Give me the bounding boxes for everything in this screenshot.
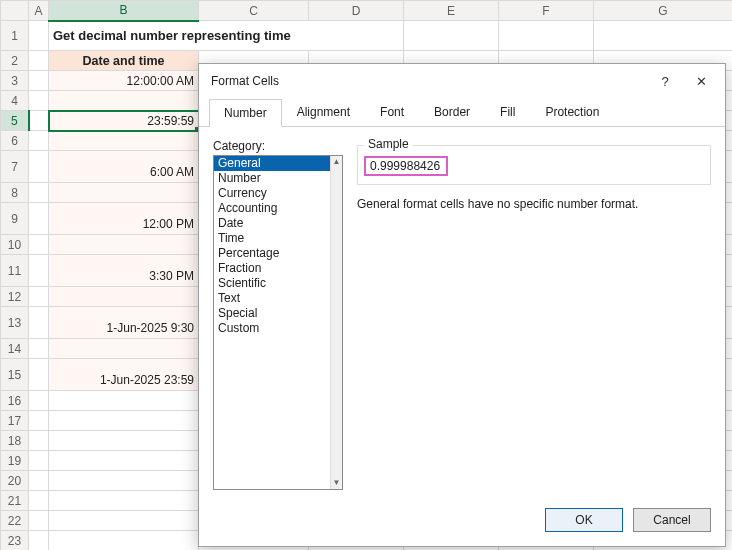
col-G[interactable]: G [594, 1, 733, 21]
cell-B10[interactable] [49, 235, 199, 255]
sample-label: Sample [364, 137, 413, 151]
cell-B12[interactable] [49, 287, 199, 307]
cell-A1[interactable] [29, 21, 49, 51]
row-18[interactable]: 18 [1, 431, 29, 451]
row-9[interactable]: 9 [1, 203, 29, 235]
row-8[interactable]: 8 [1, 183, 29, 203]
category-date[interactable]: Date [214, 216, 330, 231]
format-cells-dialog: Format Cells ? ✕ Number Alignment Font B… [198, 63, 726, 547]
row-13[interactable]: 13 [1, 307, 29, 339]
cell-B6[interactable] [49, 131, 199, 151]
cell-E1[interactable] [404, 21, 499, 51]
cell-F1[interactable] [499, 21, 594, 51]
row-15[interactable]: 15 [1, 359, 29, 391]
cell-B4[interactable] [49, 91, 199, 111]
category-number[interactable]: Number [214, 171, 330, 186]
close-icon: ✕ [696, 74, 707, 89]
row-14[interactable]: 14 [1, 339, 29, 359]
tab-border[interactable]: Border [419, 98, 485, 126]
row-21[interactable]: 21 [1, 491, 29, 511]
cell-B2[interactable]: Date and time [49, 51, 199, 71]
category-listbox[interactable]: General Number Currency Accounting Date … [213, 155, 343, 490]
sample-group: Sample 0.999988426 [357, 145, 711, 185]
row-16[interactable]: 16 [1, 391, 29, 411]
category-fraction[interactable]: Fraction [214, 261, 330, 276]
row-10[interactable]: 10 [1, 235, 29, 255]
tab-protection[interactable]: Protection [530, 98, 614, 126]
row-20[interactable]: 20 [1, 471, 29, 491]
row-5[interactable]: 5 [1, 111, 29, 131]
col-F[interactable]: F [499, 1, 594, 21]
cell-B13[interactable]: 1-Jun-2025 9:30 [49, 307, 199, 339]
cell-B1[interactable]: Get decimal number representing time [49, 21, 404, 51]
close-button[interactable]: ✕ [683, 67, 719, 95]
col-D[interactable]: D [309, 1, 404, 21]
scroll-down-icon: ▼ [333, 477, 341, 489]
category-custom[interactable]: Custom [214, 321, 330, 336]
cell-B9[interactable]: 12:00 PM [49, 203, 199, 235]
tab-fill[interactable]: Fill [485, 98, 530, 126]
listbox-scrollbar[interactable]: ▲ ▼ [330, 156, 342, 489]
cell-B15[interactable]: 1-Jun-2025 23:59 [49, 359, 199, 391]
cell-A5[interactable] [29, 111, 49, 131]
row-19[interactable]: 19 [1, 451, 29, 471]
cell-B3[interactable]: 12:00:00 AM [49, 71, 199, 91]
row-4[interactable]: 4 [1, 91, 29, 111]
cell-A2[interactable] [29, 51, 49, 71]
tab-font[interactable]: Font [365, 98, 419, 126]
ok-button[interactable]: OK [545, 508, 623, 532]
category-percentage[interactable]: Percentage [214, 246, 330, 261]
cancel-button[interactable]: Cancel [633, 508, 711, 532]
row-2[interactable]: 2 [1, 51, 29, 71]
cell-A3[interactable] [29, 71, 49, 91]
cell-G1[interactable] [594, 21, 733, 51]
category-special[interactable]: Special [214, 306, 330, 321]
category-label: Category: [213, 139, 343, 153]
dialog-titlebar[interactable]: Format Cells ? ✕ [199, 64, 725, 98]
col-E[interactable]: E [404, 1, 499, 21]
dialog-tabs: Number Alignment Font Border Fill Protec… [199, 98, 725, 127]
help-button[interactable]: ? [647, 67, 683, 95]
category-currency[interactable]: Currency [214, 186, 330, 201]
cell-B5[interactable]: 23:59:59 [49, 111, 199, 131]
col-A[interactable]: A [29, 1, 49, 21]
col-B[interactable]: B [49, 1, 199, 21]
row-22[interactable]: 22 [1, 511, 29, 531]
format-description: General format cells have no specific nu… [357, 197, 711, 211]
cell-B14[interactable] [49, 339, 199, 359]
row-3[interactable]: 3 [1, 71, 29, 91]
row-7[interactable]: 7 [1, 151, 29, 183]
cell-B8[interactable] [49, 183, 199, 203]
category-accounting[interactable]: Accounting [214, 201, 330, 216]
cell-B7[interactable]: 6:00 AM [49, 151, 199, 183]
category-scientific[interactable]: Scientific [214, 276, 330, 291]
row-11[interactable]: 11 [1, 255, 29, 287]
col-C[interactable]: C [199, 1, 309, 21]
dialog-title: Format Cells [211, 74, 279, 88]
tab-number[interactable]: Number [209, 99, 282, 127]
select-all-corner[interactable] [1, 1, 29, 21]
category-general[interactable]: General [214, 156, 330, 171]
category-text[interactable]: Text [214, 291, 330, 306]
tab-alignment[interactable]: Alignment [282, 98, 365, 126]
cell-B11[interactable]: 3:30 PM [49, 255, 199, 287]
row-12[interactable]: 12 [1, 287, 29, 307]
scroll-up-icon: ▲ [333, 156, 341, 168]
row-23[interactable]: 23 [1, 531, 29, 551]
row-17[interactable]: 17 [1, 411, 29, 431]
category-time[interactable]: Time [214, 231, 330, 246]
sample-value: 0.999988426 [364, 156, 448, 176]
row-1[interactable]: 1 [1, 21, 29, 51]
row-6[interactable]: 6 [1, 131, 29, 151]
